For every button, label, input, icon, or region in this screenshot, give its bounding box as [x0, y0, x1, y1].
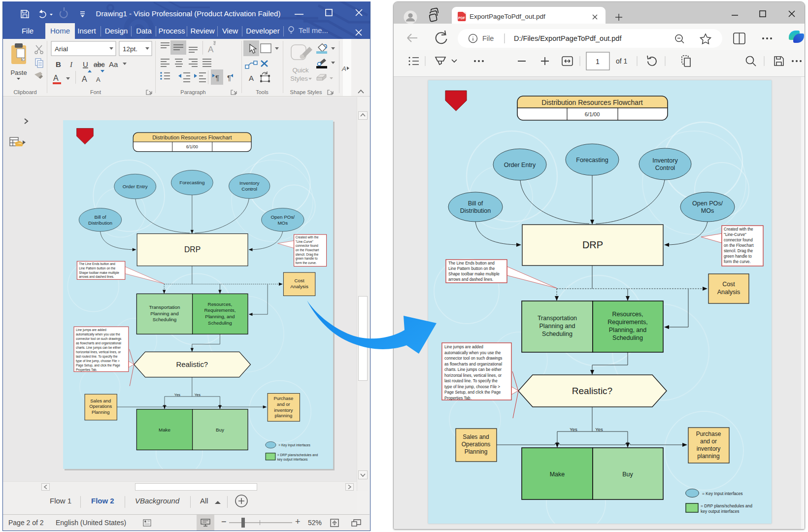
svg-text:A: A: [53, 74, 59, 82]
svg-text:Aa: Aa: [109, 60, 118, 68]
svg-text:A: A: [341, 65, 346, 72]
svg-text:Styles: Styles: [290, 75, 308, 82]
svg-text:A: A: [249, 74, 254, 82]
svg-text:1: 1: [596, 58, 600, 66]
svg-text:A: A: [82, 75, 87, 83]
svg-text:D:/Files/ExportPageToPdf_out.p: D:/Files/ExportPageToPdf_out.pdf: [514, 34, 622, 42]
svg-text:Font: Font: [90, 89, 101, 95]
svg-text:abc: abc: [94, 61, 105, 68]
svg-text:PDF: PDF: [458, 16, 466, 20]
svg-text:A: A: [96, 76, 101, 83]
svg-text:Drawing1 - Visio Professional: Drawing1 - Visio Professional (Product A…: [96, 9, 281, 18]
svg-text:B: B: [56, 60, 61, 68]
svg-text:of 1: of 1: [616, 57, 628, 65]
svg-text:Clipboard: Clipboard: [13, 89, 36, 95]
svg-text:Paste: Paste: [10, 69, 27, 76]
svg-text:ExportPageToPdf_out.pdf: ExportPageToPdf_out.pdf: [470, 13, 545, 20]
svg-text:File: File: [482, 34, 494, 42]
svg-text:I: I: [69, 61, 73, 68]
svg-text:U: U: [83, 60, 88, 68]
svg-text:Tell me...: Tell me...: [299, 26, 328, 34]
svg-text:¶: ¶: [215, 73, 219, 82]
svg-text:Tools: Tools: [256, 89, 269, 95]
svg-text:12pt.: 12pt.: [123, 45, 137, 53]
svg-text:Quick: Quick: [292, 66, 309, 74]
svg-text:Paragraph: Paragraph: [180, 89, 205, 95]
svg-text:Shape Styles: Shape Styles: [290, 89, 322, 95]
svg-text:Arial: Arial: [55, 45, 68, 53]
svg-text:¶: ¶: [227, 73, 231, 82]
svg-text:A: A: [208, 45, 214, 54]
